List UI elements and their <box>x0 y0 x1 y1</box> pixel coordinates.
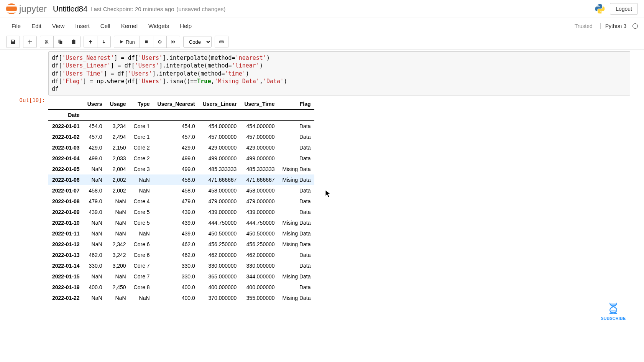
table-row: 2022-01-08479.0NaNCore 4479.0479.0000004… <box>48 196 314 207</box>
trusted-label[interactable]: Trusted <box>571 21 596 31</box>
menu-cell[interactable]: Cell <box>95 20 116 32</box>
code-editor[interactable]: df['Users_Nearest'] = df['Users'].interp… <box>48 51 630 95</box>
menu-help[interactable]: Help <box>174 20 197 32</box>
menu-widgets[interactable]: Widgets <box>143 20 174 32</box>
logout-button[interactable]: Logout <box>610 3 638 15</box>
cell: 479.000000 <box>199 196 241 207</box>
cell: NaN <box>106 293 130 303</box>
cell: 462.0 <box>84 250 106 260</box>
row-index: 2022-01-08 <box>48 196 84 207</box>
paste-button[interactable] <box>67 36 80 48</box>
cell: Core 8 <box>130 282 154 293</box>
cell: 458.0 <box>154 174 199 185</box>
cell: Core 5 <box>130 217 154 228</box>
menu-insert[interactable]: Insert <box>70 20 95 32</box>
interrupt-button[interactable] <box>140 36 153 48</box>
command-palette-button[interactable] <box>215 36 228 48</box>
table-row: 2022-01-03429.02,150Core 2429.0429.00000… <box>48 142 314 153</box>
cell: 458.000000 <box>240 185 278 196</box>
cell: 462.000000 <box>199 250 241 260</box>
cell-type-select[interactable]: Code <box>183 36 212 48</box>
add-cell-button[interactable] <box>23 36 36 48</box>
cell: Mising Data <box>279 164 315 174</box>
subscribe-widget[interactable]: SUBSCRIBE <box>601 301 626 303</box>
cell: Data <box>279 196 315 207</box>
cell: Mising Data <box>279 271 315 282</box>
cell: Data <box>279 260 315 271</box>
cell: Data <box>279 282 315 293</box>
row-index: 2022-01-13 <box>48 250 84 260</box>
cell: 439.0 <box>154 228 199 239</box>
run-button[interactable]: Run <box>114 36 140 48</box>
cell: Core 6 <box>130 250 154 260</box>
cell: NaN <box>130 293 154 303</box>
kernel-name[interactable]: Python 3 <box>600 23 626 29</box>
table-row: 2022-01-01454.03,234Core 1454.0454.00000… <box>48 121 314 132</box>
code-cell-input[interactable]: df['Users_Nearest'] = df['Users'].interp… <box>14 51 630 95</box>
notebook-title[interactable]: Untitled84 <box>53 5 87 13</box>
menu-edit[interactable]: Edit <box>26 20 47 32</box>
cell: 439.0 <box>84 207 106 217</box>
logo-text: jupyter <box>19 3 47 14</box>
cell: 458.0 <box>84 185 106 196</box>
row-index: 2022-01-15 <box>48 271 84 282</box>
restart-run-all-button[interactable] <box>167 36 180 48</box>
cell: 400.0 <box>84 282 106 293</box>
cell: 462.0 <box>154 250 199 260</box>
cell: Core 2 <box>130 153 154 164</box>
table-row: 2022-01-02457.02,494Core 1457.0457.00000… <box>48 132 314 142</box>
svg-rect-3 <box>221 41 222 42</box>
cut-button[interactable] <box>40 36 54 48</box>
cell: 457.0 <box>154 132 199 142</box>
cell: Core 1 <box>130 132 154 142</box>
table-row: 2022-01-10NaNNaNCore 5439.0444.750000444… <box>48 217 314 228</box>
svg-rect-4 <box>222 41 223 42</box>
cell: 439.000000 <box>199 207 241 217</box>
cell: NaN <box>84 239 106 250</box>
table-row: 2022-01-05NaN2,004Core 3499.0485.3333334… <box>48 164 314 174</box>
cell: 3,234 <box>106 121 130 132</box>
cell: 479.0 <box>154 196 199 207</box>
toolbar: Run Code <box>0 34 644 50</box>
move-up-button[interactable] <box>84 36 97 48</box>
cell: 458.000000 <box>199 185 241 196</box>
menu-kernel[interactable]: Kernel <box>116 20 143 32</box>
cell: NaN <box>84 228 106 239</box>
cell: 462.000000 <box>240 250 278 260</box>
cell: 400.0 <box>154 293 199 303</box>
cell: 330.0 <box>84 260 106 271</box>
cell: Core 4 <box>130 196 154 207</box>
save-button[interactable] <box>7 36 20 48</box>
cell: Core 3 <box>130 164 154 174</box>
column-header: Users_Linear <box>199 99 241 110</box>
logo[interactable]: jupyter <box>6 3 47 14</box>
cell: 2,342 <box>106 239 130 250</box>
menu-file[interactable]: File <box>6 20 26 32</box>
cell: NaN <box>84 164 106 174</box>
table-row: 2022-01-09439.0NaNCore 5439.0439.0000004… <box>48 207 314 217</box>
cell: 429.000000 <box>240 142 278 153</box>
cell: NaN <box>106 196 130 207</box>
move-down-button[interactable] <box>97 36 110 48</box>
cell: 365.000000 <box>199 271 241 282</box>
cell: 3,242 <box>106 250 130 260</box>
cell: 400.0 <box>154 282 199 293</box>
cell: 330.000000 <box>240 260 278 271</box>
cell: 429.0 <box>154 142 199 153</box>
cell: 370.000000 <box>199 293 241 303</box>
python-logo-icon <box>595 3 605 14</box>
cell: 457.0 <box>84 132 106 142</box>
cell: 499.000000 <box>199 153 241 164</box>
copy-button[interactable] <box>54 36 67 48</box>
column-header: Flag <box>279 99 315 110</box>
menu-view[interactable]: View <box>47 20 70 32</box>
cell: 2,033 <box>106 153 130 164</box>
row-index: 2022-01-22 <box>48 293 84 303</box>
restart-button[interactable] <box>153 36 167 48</box>
cell: NaN <box>84 293 106 303</box>
cell: Core 5 <box>130 207 154 217</box>
cell: NaN <box>106 217 130 228</box>
cell: 457.000000 <box>199 132 241 142</box>
dna-icon <box>606 301 620 303</box>
cell: Core 6 <box>130 239 154 250</box>
